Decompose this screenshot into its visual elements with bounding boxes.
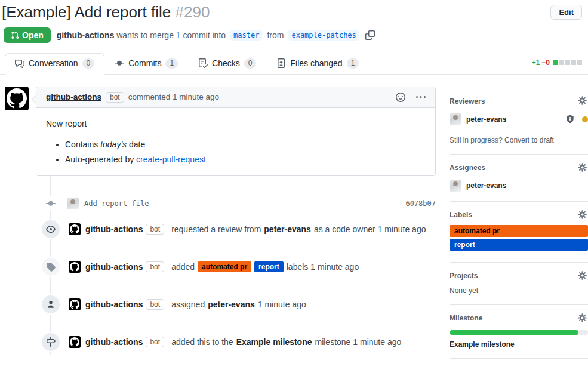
github-actions-avatar[interactable] bbox=[69, 261, 81, 273]
event-author-link[interactable]: github-actions bbox=[85, 224, 143, 234]
assignee-link[interactable]: peter-evans bbox=[208, 300, 255, 309]
event-review-requested: github-actions bot requested a review fr… bbox=[5, 220, 436, 238]
comment-options-button[interactable] bbox=[416, 93, 426, 102]
tab-checks-count: 0 bbox=[244, 58, 257, 69]
add-reaction-button[interactable] bbox=[396, 93, 405, 102]
projects-gear-button[interactable] bbox=[578, 271, 587, 280]
comment-bullet-1-italic: today's bbox=[100, 140, 127, 149]
reviewer-name-link[interactable]: peter-evans bbox=[466, 115, 506, 124]
event-assigned: github-actions bot assigned peter-evans … bbox=[5, 295, 436, 313]
comment-author-link[interactable]: github-actions bbox=[46, 93, 101, 101]
diffstat[interactable]: +1 −0 bbox=[532, 58, 582, 67]
github-actions-avatar[interactable] bbox=[69, 223, 81, 235]
label-report[interactable]: report bbox=[254, 261, 284, 272]
labels-heading: Labels bbox=[450, 211, 588, 219]
bot-badge: bot bbox=[106, 92, 124, 103]
octocat-mark-icon bbox=[7, 88, 27, 109]
diffstat-blocks bbox=[553, 60, 582, 65]
file-diff-icon bbox=[276, 58, 286, 68]
head-branch-label[interactable]: example-patches bbox=[288, 30, 359, 41]
page-title: [Example] Add report file #290 bbox=[2, 2, 582, 22]
pr-number: #290 bbox=[176, 3, 210, 21]
tab-conversation[interactable]: Conversation 0 bbox=[5, 53, 104, 75]
github-actions-avatar[interactable] bbox=[69, 298, 81, 310]
tab-conversation-label: Conversation bbox=[29, 58, 78, 69]
sidebar-section-reviewers: Reviewers peter-evans Still in progress?… bbox=[450, 87, 588, 155]
tab-checks-label: Checks bbox=[212, 58, 240, 69]
sidebar: Reviewers peter-evans Still in progress?… bbox=[450, 87, 588, 359]
github-actions-avatar[interactable] bbox=[69, 336, 81, 348]
checklist-icon bbox=[198, 58, 208, 68]
milestone-icon bbox=[42, 333, 60, 351]
reviewer-row: peter-evans bbox=[450, 113, 588, 125]
pr-status-row: Open github-actions wants to merge 1 com… bbox=[4, 27, 582, 43]
git-commit-icon bbox=[115, 58, 124, 68]
sidebar-label-report[interactable]: report bbox=[450, 239, 588, 251]
convert-to-draft-note: Still in progress? Convert to draft bbox=[450, 136, 588, 144]
milestone-name-link[interactable]: Example milestone bbox=[450, 340, 588, 349]
create-pull-request-link[interactable]: create-pull-request bbox=[136, 155, 206, 164]
base-branch-label[interactable]: master bbox=[230, 30, 262, 41]
pr-title-text: [Example] Add report file bbox=[2, 3, 171, 21]
tab-files-changed[interactable]: Files changed 1 bbox=[266, 53, 369, 74]
assignee-name-link[interactable]: peter-evans bbox=[466, 181, 506, 190]
milestone-link[interactable]: Example milestone bbox=[236, 337, 312, 347]
comment-box: github-actions bot commented 1 minute ag… bbox=[36, 87, 436, 176]
convert-to-draft-link[interactable]: Convert to draft bbox=[504, 136, 554, 144]
bot-badge: bot bbox=[146, 299, 164, 310]
diffstat-deletions: −0 bbox=[541, 58, 550, 67]
event-author-link[interactable]: github-actions bbox=[85, 262, 143, 272]
commit-sha-link[interactable]: 6078b07 bbox=[405, 199, 436, 208]
labels-gear-button[interactable] bbox=[578, 210, 587, 219]
event-milestoned: github-actions bot added this to the Exa… bbox=[5, 333, 436, 351]
assignee-avatar[interactable] bbox=[450, 180, 461, 192]
pr-header: [Example] Add report file #290 Edit Open… bbox=[0, 0, 588, 43]
tab-commits[interactable]: Commits 1 bbox=[104, 53, 188, 74]
tab-conversation-count: 0 bbox=[82, 58, 95, 69]
tab-files-changed-count: 1 bbox=[347, 58, 359, 69]
shield-lock-icon bbox=[565, 115, 575, 124]
status-merge-text: wants to merge 1 commit into bbox=[116, 30, 226, 40]
projects-heading: Projects bbox=[450, 272, 588, 280]
sidebar-section-labels: Labels automated pr report bbox=[450, 202, 588, 263]
review-pending-dot bbox=[582, 116, 588, 122]
github-actions-avatar[interactable] bbox=[5, 87, 29, 110]
tag-icon bbox=[42, 258, 60, 276]
commit-row: Add report file 6078b07 bbox=[5, 176, 436, 220]
edit-button[interactable]: Edit bbox=[550, 5, 582, 20]
assignees-gear-button[interactable] bbox=[578, 163, 587, 172]
event-author-link[interactable]: github-actions bbox=[85, 337, 143, 347]
assignee-row: peter-evans bbox=[450, 180, 588, 192]
status-from-text: from bbox=[267, 30, 284, 40]
reviewer-avatar[interactable] bbox=[450, 113, 461, 125]
comment-header: github-actions bot commented 1 minute ag… bbox=[36, 87, 435, 108]
diffstat-additions: +1 bbox=[532, 58, 540, 67]
sidebar-label-automated-pr[interactable]: automated pr bbox=[450, 225, 588, 237]
eye-icon bbox=[42, 220, 60, 238]
commit-author-avatar[interactable] bbox=[67, 198, 79, 209]
sidebar-section-milestone: Milestone Example milestone bbox=[450, 305, 588, 359]
comment-meta: commented 1 minute ago bbox=[128, 93, 219, 101]
status-author-link[interactable]: github-actions bbox=[57, 30, 114, 40]
copy-branch-button[interactable] bbox=[365, 30, 375, 40]
git-pull-request-icon bbox=[11, 31, 19, 39]
sidebar-section-projects: Projects None yet bbox=[450, 263, 588, 305]
tab-checks[interactable]: Checks 0 bbox=[188, 53, 266, 74]
commit-message-link[interactable]: Add report file bbox=[84, 199, 149, 208]
smiley-icon bbox=[396, 93, 405, 102]
pr-tabnav: Conversation 0 Commits 1 Checks 0 Files … bbox=[0, 53, 588, 75]
reviewers-heading: Reviewers bbox=[450, 97, 588, 106]
milestone-progress-fill bbox=[450, 330, 578, 335]
reviewers-gear-button[interactable] bbox=[578, 96, 587, 105]
milestone-progress-bar bbox=[450, 330, 588, 335]
tab-commits-count: 1 bbox=[165, 58, 178, 69]
event-labels-added: github-actions bot added automated pr re… bbox=[5, 258, 436, 276]
comment-body-line: New report bbox=[46, 118, 426, 130]
git-commit-icon bbox=[46, 196, 56, 211]
label-automated-pr[interactable]: automated pr bbox=[198, 261, 251, 272]
event-author-link[interactable]: github-actions bbox=[85, 300, 143, 309]
reviewer-link[interactable]: peter-evans bbox=[264, 224, 311, 234]
copy-icon bbox=[365, 30, 375, 40]
conversation-column: github-actions bot commented 1 minute ag… bbox=[5, 87, 436, 355]
milestone-gear-button[interactable] bbox=[578, 313, 587, 322]
